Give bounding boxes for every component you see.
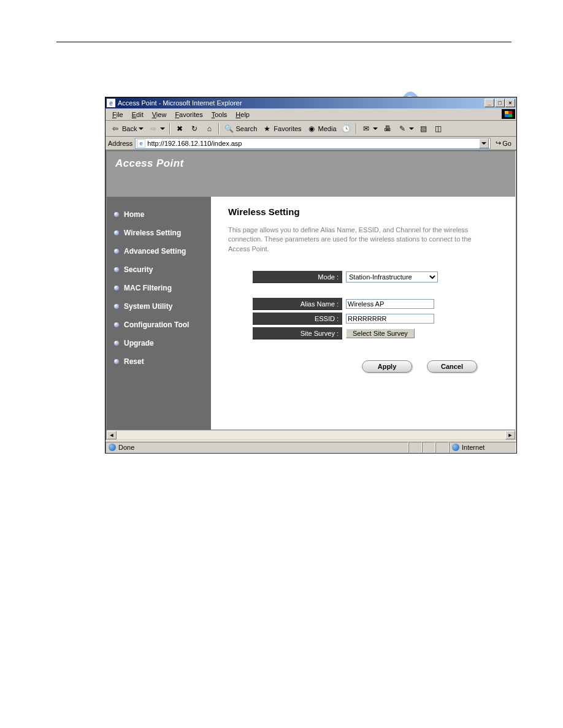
cancel-button[interactable]: Cancel <box>427 360 477 373</box>
sidebar-item-system-utility[interactable]: System Utility <box>107 297 211 316</box>
refresh-button[interactable]: ↻ <box>187 123 202 135</box>
apply-button[interactable]: Apply <box>362 360 412 373</box>
status-bar: Done Internet <box>105 441 516 453</box>
edit-icon: ✎ <box>397 124 407 134</box>
messenger-icon: ◫ <box>434 124 443 134</box>
menu-help[interactable]: Help <box>231 110 254 119</box>
scroll-track[interactable] <box>117 431 505 439</box>
sidebar-item-upgrade[interactable]: Upgrade <box>107 334 211 352</box>
windows-flag-icon <box>502 109 515 119</box>
stop-button[interactable]: ✖ <box>172 123 187 135</box>
discuss-icon: ▤ <box>419 124 429 134</box>
go-button[interactable]: ↪ Go <box>493 138 514 148</box>
sidebar-item-reset[interactable]: Reset <box>107 352 211 371</box>
bullet-icon <box>114 249 119 254</box>
mode-select[interactable]: Station-Infrastructure <box>346 271 438 282</box>
ie-window: e Access Point - Microsoft Internet Expl… <box>105 97 517 453</box>
messenger-button[interactable]: ◫ <box>431 123 446 135</box>
page-viewport: Access Point Home Wireless Setting Advan… <box>105 150 516 441</box>
horizontal-scrollbar[interactable]: ◄ ► <box>107 430 515 439</box>
back-arrow-icon: ⇦ <box>110 124 120 134</box>
bullet-icon <box>114 304 119 309</box>
sidebar-item-advanced-setting[interactable]: Advanced Setting <box>107 242 211 260</box>
menu-view[interactable]: View <box>148 110 171 119</box>
zone-text: Internet <box>462 444 484 451</box>
mail-button[interactable]: ✉ <box>359 123 380 135</box>
sidebar-item-security[interactable]: Security <box>107 260 211 279</box>
media-label: Media <box>318 125 337 132</box>
toolbar: ⇦ Back ⇨ ✖ ↻ ⌂ 🔍 Search ★ Favorites ◉ Me… <box>105 121 516 137</box>
essid-input[interactable] <box>346 314 434 324</box>
sidebar-item-label: Home <box>124 210 144 219</box>
page-heading: Wireless Setting <box>228 207 502 217</box>
address-label: Address <box>108 140 132 147</box>
row-essid: ESSID : <box>253 313 502 325</box>
sidebar-item-home[interactable]: Home <box>107 205 211 224</box>
sidebar-item-configuration-tool[interactable]: Configuration Tool <box>107 316 211 334</box>
forward-button[interactable]: ⇨ <box>146 123 167 135</box>
site-survey-button[interactable]: Select Site Survey <box>346 328 415 338</box>
sidebar-item-mac-filtering[interactable]: MAC Filtering <box>107 279 211 297</box>
chevron-down-icon <box>481 142 486 145</box>
edit-dropdown-icon <box>409 127 414 130</box>
sidebar-item-label: Advanced Setting <box>124 247 186 256</box>
forward-dropdown-icon <box>160 127 165 130</box>
label-alias: Alias Name : <box>253 298 342 310</box>
window-title: Access Point - Microsoft Internet Explor… <box>118 99 484 107</box>
bullet-icon <box>114 322 119 327</box>
search-label: Search <box>236 125 257 132</box>
menu-favorites[interactable]: Favorites <box>170 110 207 119</box>
home-button[interactable]: ⌂ <box>202 123 216 135</box>
edit-button[interactable]: ✎ <box>395 123 416 135</box>
url-field[interactable]: e http://192.168.12.110/index.asp <box>135 138 491 149</box>
search-button[interactable]: 🔍 Search <box>221 123 259 135</box>
menu-file[interactable]: File <box>108 110 128 119</box>
label-mode: Mode : <box>253 271 342 283</box>
back-dropdown-icon <box>139 127 144 130</box>
star-icon: ★ <box>262 124 272 134</box>
go-label: Go <box>502 140 511 147</box>
title-bar: e Access Point - Microsoft Internet Expl… <box>105 97 516 108</box>
minimize-button[interactable]: _ <box>484 99 494 107</box>
maximize-button[interactable]: □ <box>495 99 505 107</box>
scroll-right-button[interactable]: ► <box>505 431 515 439</box>
alias-input[interactable] <box>346 299 434 309</box>
main-panel: Wireless Setting This page allows you to… <box>211 197 515 430</box>
back-label: Back <box>122 125 137 132</box>
discuss-button[interactable]: ▤ <box>416 123 431 135</box>
print-button[interactable]: 🖶 <box>380 123 395 135</box>
media-icon: ◉ <box>307 124 316 134</box>
menu-tools[interactable]: Tools <box>207 110 232 119</box>
scroll-left-button[interactable]: ◄ <box>107 431 117 439</box>
sidebar-item-label: Reset <box>124 357 144 366</box>
media-button[interactable]: ◉ Media <box>304 123 339 135</box>
favorites-button[interactable]: ★ Favorites <box>259 123 304 135</box>
close-button[interactable]: × <box>505 99 515 107</box>
bullet-icon <box>114 230 119 235</box>
refresh-icon: ↻ <box>190 124 199 134</box>
sidebar: Home Wireless Setting Advanced Setting S… <box>107 197 211 430</box>
menu-edit[interactable]: Edit <box>128 110 148 119</box>
back-button[interactable]: ⇦ Back <box>108 123 146 135</box>
print-icon: 🖶 <box>383 124 393 134</box>
favorites-label: Favorites <box>274 125 301 132</box>
sidebar-item-wireless-setting[interactable]: Wireless Setting <box>107 224 211 242</box>
stop-icon: ✖ <box>175 124 185 134</box>
page-icon: e <box>137 139 145 148</box>
mail-icon: ✉ <box>361 124 371 134</box>
status-text: Done <box>118 444 134 451</box>
bullet-icon <box>114 341 119 346</box>
page-status-icon <box>109 444 116 451</box>
row-alias: Alias Name : <box>253 298 502 310</box>
url-dropdown-button[interactable] <box>479 138 489 148</box>
menu-bar: File Edit View Favorites Tools Help <box>105 108 516 121</box>
history-button[interactable]: 🕓 <box>339 123 354 135</box>
sidebar-item-label: Security <box>124 265 153 274</box>
bullet-icon <box>114 359 119 364</box>
toolbar-separator <box>218 123 220 134</box>
sidebar-item-label: Wireless Setting <box>124 229 181 237</box>
toolbar-separator <box>169 123 170 134</box>
go-arrow-icon: ↪ <box>496 139 501 147</box>
sidebar-item-label: System Utility <box>124 302 172 311</box>
sidebar-item-label: Configuration Tool <box>124 320 189 329</box>
